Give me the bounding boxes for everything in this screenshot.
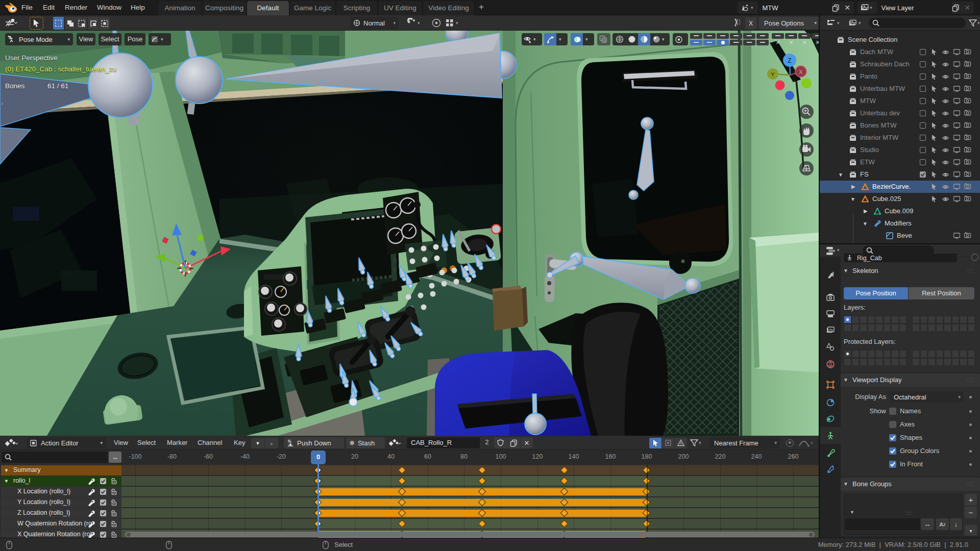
svg-text:‹: ‹ bbox=[815, 56, 817, 64]
svg-text:X: X bbox=[799, 69, 803, 75]
svg-text:›: › bbox=[1, 99, 3, 107]
svg-text:Z: Z bbox=[788, 57, 791, 64]
svg-text:Y: Y bbox=[771, 71, 775, 78]
